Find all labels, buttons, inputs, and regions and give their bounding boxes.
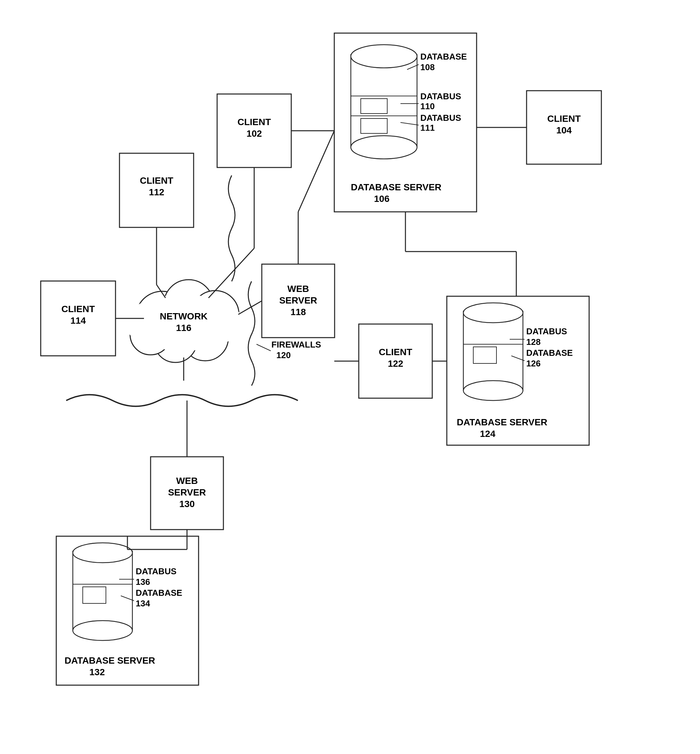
svg-text:DATABASE: DATABASE [136,588,182,598]
svg-text:NETWORK: NETWORK [160,311,208,321]
svg-point-50 [463,381,523,400]
svg-text:134: 134 [136,598,150,609]
svg-text:SERVER: SERVER [168,487,206,497]
svg-text:DATABUS: DATABUS [420,113,461,123]
svg-text:CLIENT: CLIENT [237,117,271,127]
svg-text:116: 116 [176,323,192,333]
svg-text:111: 111 [420,123,434,133]
svg-text:DATABASE: DATABASE [526,348,573,358]
svg-point-64 [73,621,133,640]
svg-text:CLIENT: CLIENT [140,175,173,186]
svg-text:132: 132 [89,667,105,677]
svg-rect-9 [361,119,387,133]
svg-text:108: 108 [420,62,434,72]
svg-text:126: 126 [526,358,541,368]
svg-line-87 [208,248,254,298]
svg-point-5 [351,136,417,159]
svg-line-96 [256,344,271,351]
svg-text:DATABASE SERVER: DATABASE SERVER [64,655,155,666]
svg-text:106: 106 [374,194,389,204]
diagram-svg: DATABASE 108 DATABUS 110 DATABUS 111 DAT… [0,0,700,721]
svg-text:DATABUS: DATABUS [420,91,461,101]
svg-text:130: 130 [180,499,195,509]
svg-text:114: 114 [70,316,86,326]
svg-point-63 [73,543,133,563]
svg-text:CLIENT: CLIENT [61,304,95,314]
svg-text:WEB: WEB [287,284,309,294]
svg-point-49 [463,303,523,323]
svg-text:136: 136 [136,577,150,587]
svg-point-4 [351,45,417,68]
svg-rect-52 [473,347,497,363]
svg-text:128: 128 [526,337,541,347]
svg-text:118: 118 [291,307,306,317]
svg-text:FIREWALLS: FIREWALLS [271,339,321,349]
svg-text:104: 104 [556,125,572,135]
svg-rect-8 [361,99,387,114]
svg-text:112: 112 [149,187,164,197]
svg-text:102: 102 [247,128,262,139]
svg-text:110: 110 [420,101,434,111]
svg-text:CLIENT: CLIENT [547,114,581,124]
svg-rect-66 [83,587,106,604]
svg-text:122: 122 [388,358,403,369]
svg-text:DATABUS: DATABUS [136,566,177,576]
svg-text:120: 120 [277,350,291,360]
svg-text:DATABASE: DATABASE [420,52,467,61]
diagram: DATABASE 108 DATABUS 110 DATABUS 111 DAT… [0,0,700,721]
svg-text:DATABASE SERVER: DATABASE SERVER [457,417,547,427]
svg-text:DATABASE SERVER: DATABASE SERVER [351,182,442,192]
svg-line-98 [298,131,334,212]
svg-text:DATABUS: DATABUS [526,326,567,336]
svg-text:124: 124 [480,429,495,439]
svg-text:SERVER: SERVER [279,295,317,305]
svg-text:CLIENT: CLIENT [379,347,412,357]
svg-text:WEB: WEB [176,476,198,486]
